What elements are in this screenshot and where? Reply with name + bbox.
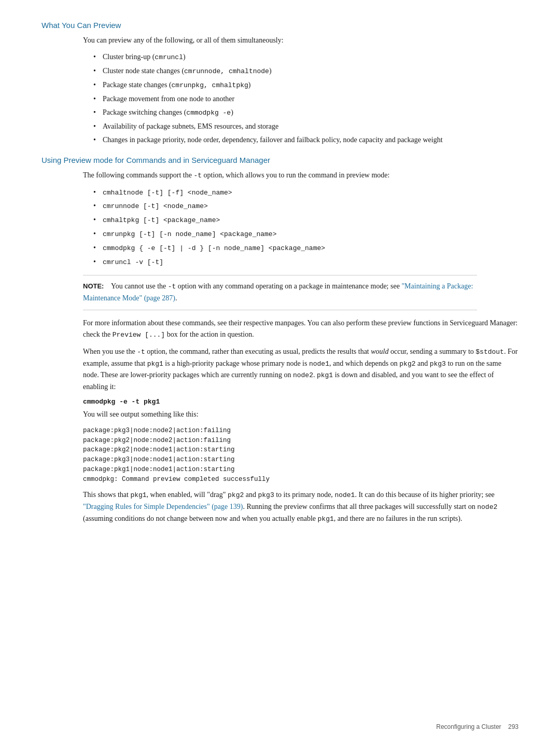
- code-block-output: package:pkg3|node:node2|action:failing p…: [83, 426, 477, 485]
- code-t-2: -t: [137, 348, 145, 356]
- code-cmd-2: cmrunnode [-t] <node_name>: [103, 202, 208, 210]
- heading-what-you-can-preview: What You Can Preview: [41, 21, 519, 30]
- code-pkg3-1: pkg3: [430, 360, 446, 368]
- heading-using-preview-mode: Using Preview mode for Commands and in S…: [41, 156, 519, 164]
- code-pkg1-2: pkg1: [317, 371, 333, 379]
- code-t-inline: -t: [168, 283, 176, 291]
- intro-para-1: You can preview any of the following, or…: [83, 35, 519, 46]
- code-node1-1: node1: [309, 360, 329, 368]
- code-pkg1-1: pkg1: [147, 360, 163, 368]
- code-pkg2-1: pkg2: [399, 360, 415, 368]
- code-cmd-3: cmhaltpkg [-t] <package_name>: [103, 216, 220, 224]
- code-pkg1-3: pkg1: [130, 491, 146, 499]
- code-cmd-6: cmruncl -v [-t]: [103, 258, 163, 266]
- list-item: Availability of package subnets, EMS res…: [93, 121, 519, 132]
- code-cmd-1: cmhaltnode [-t] [-f] <node_name>: [103, 189, 232, 197]
- list-item: Package movement from one node to anothe…: [93, 93, 519, 105]
- section-using-preview-mode: Using Preview mode for Commands and in S…: [41, 156, 519, 525]
- code-cmmodpkg-e: cmmodpkg -e: [186, 109, 231, 117]
- code-node2-1: node2: [293, 371, 313, 379]
- list-item: Cluster bring-up (cmruncl): [93, 51, 519, 63]
- note-text: You cannot use the -t option with any co…: [83, 282, 473, 302]
- list-item: Changes in package priority, node order,…: [93, 134, 519, 146]
- para-manpages: For more information about these command…: [83, 317, 519, 341]
- list-item: cmrunpkg [-t] [-n node_name] <package_na…: [93, 228, 519, 240]
- note-box: NOTE: You cannot use the -t option with …: [83, 275, 477, 310]
- you-will-see-text: You will see output something like this:: [83, 409, 477, 420]
- maintenance-mode-link[interactable]: "Maintaining a Package: Maintenance Mode…: [83, 282, 473, 302]
- section-what-you-can-preview: What You Can Preview You can preview any…: [41, 21, 519, 146]
- note-label: NOTE:: [83, 282, 104, 290]
- para-conclusion: This shows that pkg1, when enabled, will…: [83, 489, 519, 524]
- code-pkg1-4: pkg1: [318, 515, 334, 523]
- code-t-option: -t: [193, 172, 202, 179]
- code-cmd-5: cmmodpkg { -e [-t] | -d } [-n node_name]…: [103, 244, 325, 252]
- list-item: cmruncl -v [-t]: [93, 256, 519, 268]
- list-item: Package state changes (cmrunpkg, cmhaltp…: [93, 79, 519, 91]
- footer-chapter-label: Reconfiguring a Cluster: [436, 723, 501, 730]
- intro-para-2: The following commands support the -t op…: [83, 170, 519, 182]
- list-item: cmmodpkg { -e [-t] | -d } [-n node_name]…: [93, 242, 519, 254]
- footer-page-number: 293: [508, 723, 519, 730]
- preview-bullet-list: Cluster bring-up (cmruncl) Cluster node …: [93, 51, 519, 146]
- code-node2-2: node2: [477, 503, 497, 511]
- list-item: cmhaltpkg [-t] <package_name>: [93, 214, 519, 226]
- dragging-rules-link[interactable]: "Dragging Rules for Simple Dependencies"…: [83, 503, 243, 510]
- code-stdout: $stdout: [475, 348, 504, 356]
- code-cmrunpkg-cmhaltpkg: cmrunpkg, cmhaltpkg: [172, 81, 248, 89]
- list-item: cmrunnode [-t] <node_name>: [93, 200, 519, 212]
- list-item: Package switching changes (cmmodpkg -e): [93, 107, 519, 119]
- cmd-example-cmmodpkg: cmmodpkg -e -t pkg1: [83, 398, 477, 406]
- code-pkg2-2: pkg2: [228, 491, 244, 499]
- em-would: would: [371, 348, 388, 355]
- code-cmruncl: cmruncl: [155, 53, 183, 61]
- para-t-option: When you use the -t option, the command,…: [83, 346, 519, 393]
- code-preview-box: Preview [...]: [113, 331, 165, 339]
- code-cmrunnode-cmhaltnode: cmrunnode, cmhaltnode: [184, 67, 269, 75]
- list-item: Cluster node state changes (cmrunnode, c…: [93, 65, 519, 77]
- code-cmd-4: cmrunpkg [-t] [-n node_name] <package_na…: [103, 230, 276, 238]
- code-node1-2: node1: [334, 491, 355, 499]
- cmd-bullet-list: cmhaltnode [-t] [-f] <node_name> cmrunno…: [93, 187, 519, 268]
- code-pkg3-2: pkg3: [258, 491, 274, 499]
- page-footer: Reconfiguring a Cluster 293: [436, 723, 519, 730]
- list-item: cmhaltnode [-t] [-f] <node_name>: [93, 187, 519, 199]
